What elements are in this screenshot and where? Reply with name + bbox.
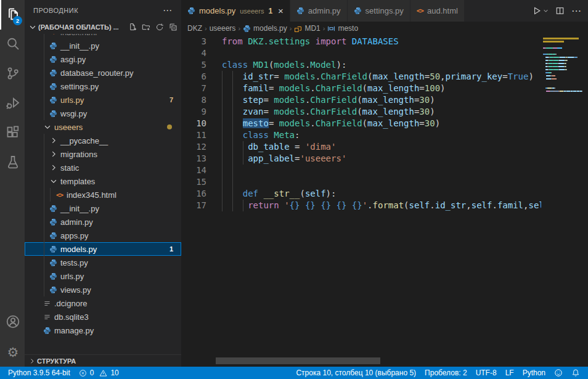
tree-item-index.html[interactable]: <>index.html xyxy=(25,34,181,39)
activity-item-accounts[interactable] xyxy=(0,308,25,337)
tree-item-urls.py[interactable]: urls.py xyxy=(25,269,181,283)
tree-item-urls.py[interactable]: urls.py7 xyxy=(25,93,181,107)
tree-folder-static[interactable]: static xyxy=(25,161,181,174)
tree-folder-migrations[interactable]: migrations xyxy=(25,147,181,161)
tree-item-index345.html[interactable]: <>index345.html xyxy=(25,188,181,202)
code-line-9[interactable]: 9 zvan= models.CharField(max_length=30) xyxy=(181,106,541,118)
run-python-file-button[interactable] xyxy=(533,6,549,15)
line-content: def __str__(self): xyxy=(217,188,541,200)
tree-item-.dcignore[interactable]: .dcignore xyxy=(25,296,181,310)
code-line-10[interactable]: 10 mesto= models.CharField(max_length=30… xyxy=(181,118,541,129)
status-problems[interactable]: 010 xyxy=(75,367,123,379)
chevron-right-icon xyxy=(48,136,59,145)
tree-item-__init__.py[interactable]: __init__.py xyxy=(25,202,181,215)
split-editor-button[interactable] xyxy=(555,6,565,15)
code-line-11[interactable]: 11 class Meta: xyxy=(181,129,541,141)
status-python-interpreter[interactable]: Python 3.9.5 64-bit xyxy=(4,367,75,379)
indent-guide xyxy=(222,200,223,211)
code-line-14[interactable]: 14 xyxy=(181,165,541,176)
tree-item-tests.py[interactable]: tests.py xyxy=(25,256,181,269)
tree-item-admin.py[interactable]: admin.py xyxy=(25,215,181,229)
horizontal-scrollbar[interactable] xyxy=(216,357,380,364)
tree-item-apps.py[interactable]: apps.py xyxy=(25,229,181,242)
breadcrumb-item-mesto[interactable]: mesto xyxy=(327,24,358,33)
code-area[interactable]: 3from DKZ.settings import DATABASES45cla… xyxy=(181,35,541,367)
code-line-7[interactable]: 7 famil= models.CharField(max_length=100… xyxy=(181,83,541,94)
code-token: . xyxy=(367,200,372,210)
views-and-more-actions-icon[interactable]: ⋯ xyxy=(163,5,173,16)
indent-guide xyxy=(44,34,44,39)
code-line-5[interactable]: 5class MD1(models.Model): xyxy=(181,59,541,71)
workspace-section-header[interactable]: (РАБОЧАЯ ОБЛАСТЬ) ... xyxy=(25,20,181,34)
line-content: step= models.CharField(max_length=30) xyxy=(217,94,541,106)
python-file-icon xyxy=(48,245,59,253)
tree-item-db.sqlite3[interactable]: db.sqlite3 xyxy=(25,310,181,324)
code-line-4[interactable]: 4 xyxy=(181,47,541,59)
breadcrumb-item-models.py[interactable]: models.py xyxy=(243,24,287,33)
tree-item-views.py[interactable]: views.py xyxy=(25,283,181,296)
new-file-button[interactable] xyxy=(128,23,137,31)
status-encoding[interactable]: UTF-8 xyxy=(472,367,501,379)
tab-admin.py[interactable]: admin.py xyxy=(290,0,347,22)
tree-folder-useeers[interactable]: useeers xyxy=(25,120,181,134)
tab-aud.html[interactable]: <>aud.html xyxy=(410,0,464,22)
line-content xyxy=(217,165,541,176)
tab-models.py[interactable]: models.pyuseeers1× xyxy=(181,0,290,22)
explorer-title: ПРОВОДНИК xyxy=(33,7,78,14)
code-line-13[interactable]: 13 app_label='useeers' xyxy=(181,153,541,165)
tree-item-database_roouter.py[interactable]: database_roouter.py xyxy=(25,66,181,79)
refresh-button[interactable] xyxy=(155,23,164,31)
tab-settings.py[interactable]: settings.py xyxy=(348,0,410,22)
status-eol[interactable]: LF xyxy=(501,367,518,379)
outline-section-header[interactable]: СТРУКТУРА xyxy=(25,354,181,367)
activity-item-search[interactable] xyxy=(0,30,25,59)
tree-folder-templates[interactable]: templates xyxy=(25,174,181,188)
tree-item-label: urls.py xyxy=(60,96,84,105)
tree-item-asgi.py[interactable]: asgi.py xyxy=(25,52,181,66)
new-folder-button[interactable] xyxy=(142,23,150,31)
minimap-segment xyxy=(546,78,551,79)
activity-item-extensions[interactable] xyxy=(0,118,25,148)
activity-item-testing[interactable] xyxy=(0,148,25,177)
code-line-16[interactable]: 16 def __str__(self): xyxy=(181,188,541,200)
breadcrumb-label: useeers xyxy=(210,24,236,33)
indent-guide xyxy=(44,93,44,107)
indent-guide xyxy=(243,153,243,165)
tab-label: admin.py xyxy=(308,6,341,15)
activity-item-source-control[interactable] xyxy=(0,59,25,89)
code-line-17[interactable]: 17 return '{} {} {} {} {}'.format(self.i… xyxy=(181,200,541,211)
tree-item-__init__.py[interactable]: __init__.py xyxy=(25,39,181,52)
play-dropdown-icon xyxy=(533,6,549,15)
code-line-12[interactable]: 12 db_table = 'dima' xyxy=(181,141,541,153)
status-language-mode[interactable]: Python xyxy=(518,367,550,379)
code-line-8[interactable]: 8 step= models.CharField(max_length=30) xyxy=(181,94,541,106)
tree-folder-__pycache__[interactable]: __pycache__ xyxy=(25,134,181,147)
breadcrumb-item-DKZ[interactable]: DKZ xyxy=(187,24,202,33)
line-content: class Meta: xyxy=(217,129,541,141)
tree-item-manage.py[interactable]: manage.py xyxy=(25,324,181,337)
activity-item-explorer[interactable]: 2 xyxy=(0,0,25,30)
tree-item-wsgi.py[interactable]: wsgi.py xyxy=(25,107,181,120)
close-tab-icon[interactable]: × xyxy=(278,6,284,15)
tree-item-settings.py[interactable]: settings.py xyxy=(25,79,181,93)
code-editor[interactable]: 3from DKZ.settings import DATABASES45cla… xyxy=(181,35,588,367)
code-line-6[interactable]: 6 id_str= models.CharField(max_length=50… xyxy=(181,71,541,83)
breadcrumb-item-MD1[interactable]: MD1 xyxy=(294,24,320,33)
activity-item-run-and-debug[interactable] xyxy=(0,89,25,118)
activity-item-manage[interactable]: ⚙ xyxy=(0,337,25,367)
code-token: CharField xyxy=(316,83,362,93)
status-cursor-position[interactable]: Строка 10, столбец 10 (выбрано 5) xyxy=(292,367,420,379)
tree-item-models.py[interactable]: models.py1 xyxy=(25,242,181,256)
status-feedback[interactable] xyxy=(550,367,567,379)
status-notifications[interactable] xyxy=(567,367,584,379)
python-file-icon xyxy=(48,110,59,118)
breadcrumb-item-useeers[interactable]: useeers xyxy=(210,24,236,33)
code-token: db_table xyxy=(248,142,289,152)
file-file-icon xyxy=(42,313,52,321)
code-line-15[interactable]: 15 xyxy=(181,176,541,188)
status-indentation[interactable]: Пробелов: 2 xyxy=(420,367,472,379)
code-line-3[interactable]: 3from DKZ.settings import DATABASES xyxy=(181,36,541,47)
collapse-all-button[interactable] xyxy=(169,23,178,31)
more-actions-button[interactable]: ⋯ xyxy=(571,5,582,17)
minimap[interactable] xyxy=(541,35,588,367)
